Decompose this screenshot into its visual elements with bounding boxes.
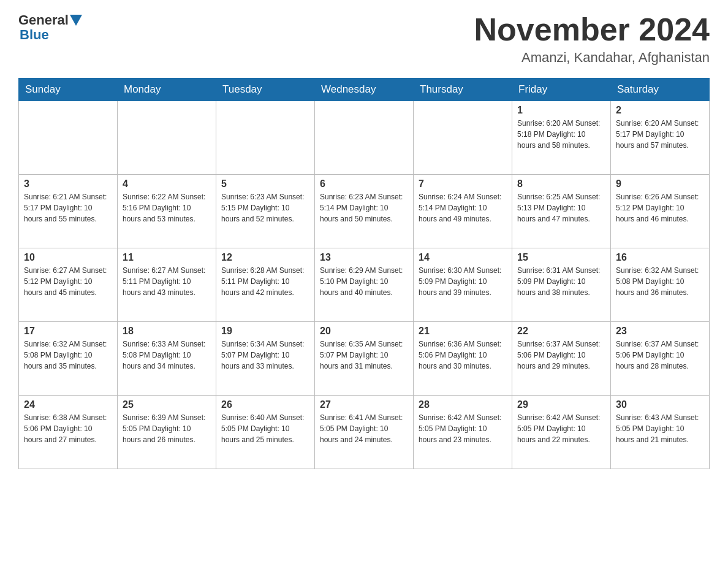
day-number: 25 bbox=[123, 399, 211, 410]
day-number: 4 bbox=[123, 178, 211, 190]
calendar-cell: 3Sunrise: 6:21 AM Sunset: 5:17 PM Daylig… bbox=[19, 175, 118, 248]
calendar-cell: 9Sunrise: 6:26 AM Sunset: 5:12 PM Daylig… bbox=[611, 175, 710, 248]
day-info: Sunrise: 6:37 AM Sunset: 5:06 PM Dayligh… bbox=[616, 339, 704, 372]
calendar-cell: 22Sunrise: 6:37 AM Sunset: 5:06 PM Dayli… bbox=[512, 322, 611, 396]
logo-general-text: General bbox=[18, 12, 69, 28]
calendar-cell: 7Sunrise: 6:24 AM Sunset: 5:14 PM Daylig… bbox=[414, 175, 512, 248]
day-number: 7 bbox=[419, 178, 507, 190]
day-number: 2 bbox=[616, 105, 704, 116]
day-number: 11 bbox=[123, 252, 211, 263]
day-number: 12 bbox=[221, 252, 309, 263]
calendar-cell bbox=[19, 101, 118, 175]
day-info: Sunrise: 6:27 AM Sunset: 5:11 PM Dayligh… bbox=[123, 265, 211, 298]
calendar-cell bbox=[315, 101, 414, 175]
day-number: 17 bbox=[24, 326, 112, 337]
day-number: 18 bbox=[123, 326, 211, 337]
day-number: 20 bbox=[320, 326, 408, 337]
day-number: 29 bbox=[517, 399, 605, 410]
day-info: Sunrise: 6:31 AM Sunset: 5:09 PM Dayligh… bbox=[517, 265, 605, 298]
day-info: Sunrise: 6:23 AM Sunset: 5:15 PM Dayligh… bbox=[221, 191, 309, 224]
calendar-cell: 6Sunrise: 6:23 AM Sunset: 5:14 PM Daylig… bbox=[315, 175, 414, 248]
day-number: 3 bbox=[24, 178, 112, 190]
calendar-cell: 14Sunrise: 6:30 AM Sunset: 5:09 PM Dayli… bbox=[414, 248, 512, 322]
day-info: Sunrise: 6:43 AM Sunset: 5:05 PM Dayligh… bbox=[616, 412, 704, 445]
day-info: Sunrise: 6:33 AM Sunset: 5:08 PM Dayligh… bbox=[123, 339, 211, 372]
calendar-week-4: 17Sunrise: 6:32 AM Sunset: 5:08 PM Dayli… bbox=[19, 322, 710, 396]
weekday-header-monday: Monday bbox=[118, 79, 216, 101]
logo: General Blue bbox=[18, 12, 83, 43]
calendar-week-3: 10Sunrise: 6:27 AM Sunset: 5:12 PM Dayli… bbox=[19, 248, 710, 322]
logo-blue-text: Blue bbox=[18, 27, 49, 43]
calendar-week-5: 24Sunrise: 6:38 AM Sunset: 5:06 PM Dayli… bbox=[19, 396, 710, 469]
day-info: Sunrise: 6:36 AM Sunset: 5:06 PM Dayligh… bbox=[419, 339, 507, 372]
day-number: 5 bbox=[221, 178, 309, 190]
day-number: 1 bbox=[517, 105, 605, 116]
calendar-cell: 26Sunrise: 6:40 AM Sunset: 5:05 PM Dayli… bbox=[216, 396, 315, 469]
calendar-cell: 4Sunrise: 6:22 AM Sunset: 5:16 PM Daylig… bbox=[118, 175, 216, 248]
day-number: 21 bbox=[419, 326, 507, 337]
day-number: 23 bbox=[616, 326, 704, 337]
day-info: Sunrise: 6:25 AM Sunset: 5:13 PM Dayligh… bbox=[517, 191, 605, 224]
calendar-cell: 24Sunrise: 6:38 AM Sunset: 5:06 PM Dayli… bbox=[19, 396, 118, 469]
weekday-header-saturday: Saturday bbox=[611, 79, 710, 101]
day-info: Sunrise: 6:20 AM Sunset: 5:18 PM Dayligh… bbox=[517, 118, 605, 151]
day-info: Sunrise: 6:32 AM Sunset: 5:08 PM Dayligh… bbox=[616, 265, 704, 298]
day-info: Sunrise: 6:21 AM Sunset: 5:17 PM Dayligh… bbox=[24, 191, 112, 224]
day-info: Sunrise: 6:27 AM Sunset: 5:12 PM Dayligh… bbox=[24, 265, 112, 298]
calendar-week-1: 1Sunrise: 6:20 AM Sunset: 5:18 PM Daylig… bbox=[19, 101, 710, 175]
calendar-week-2: 3Sunrise: 6:21 AM Sunset: 5:17 PM Daylig… bbox=[19, 175, 710, 248]
page-header: General Blue November 2024 Amanzi, Kanda… bbox=[18, 12, 710, 66]
day-info: Sunrise: 6:22 AM Sunset: 5:16 PM Dayligh… bbox=[123, 191, 211, 224]
day-info: Sunrise: 6:32 AM Sunset: 5:08 PM Dayligh… bbox=[24, 339, 112, 372]
day-info: Sunrise: 6:30 AM Sunset: 5:09 PM Dayligh… bbox=[419, 265, 507, 298]
day-info: Sunrise: 6:29 AM Sunset: 5:10 PM Dayligh… bbox=[320, 265, 408, 298]
day-number: 30 bbox=[616, 399, 704, 410]
day-number: 27 bbox=[320, 399, 408, 410]
calendar-cell: 13Sunrise: 6:29 AM Sunset: 5:10 PM Dayli… bbox=[315, 248, 414, 322]
calendar-cell: 2Sunrise: 6:20 AM Sunset: 5:17 PM Daylig… bbox=[611, 101, 710, 175]
day-number: 15 bbox=[517, 252, 605, 263]
day-info: Sunrise: 6:37 AM Sunset: 5:06 PM Dayligh… bbox=[517, 339, 605, 372]
calendar-cell: 28Sunrise: 6:42 AM Sunset: 5:05 PM Dayli… bbox=[414, 396, 512, 469]
day-number: 26 bbox=[221, 399, 309, 410]
calendar-cell: 8Sunrise: 6:25 AM Sunset: 5:13 PM Daylig… bbox=[512, 175, 611, 248]
day-number: 6 bbox=[320, 178, 408, 190]
calendar-cell: 18Sunrise: 6:33 AM Sunset: 5:08 PM Dayli… bbox=[118, 322, 216, 396]
day-info: Sunrise: 6:39 AM Sunset: 5:05 PM Dayligh… bbox=[123, 412, 211, 445]
day-number: 24 bbox=[24, 399, 112, 410]
calendar-cell: 25Sunrise: 6:39 AM Sunset: 5:05 PM Dayli… bbox=[118, 396, 216, 469]
calendar-cell: 12Sunrise: 6:28 AM Sunset: 5:11 PM Dayli… bbox=[216, 248, 315, 322]
calendar-cell: 29Sunrise: 6:42 AM Sunset: 5:05 PM Dayli… bbox=[512, 396, 611, 469]
calendar-cell: 11Sunrise: 6:27 AM Sunset: 5:11 PM Dayli… bbox=[118, 248, 216, 322]
logo-triangle-icon bbox=[70, 15, 82, 26]
calendar-table: SundayMondayTuesdayWednesdayThursdayFrid… bbox=[18, 78, 710, 469]
day-info: Sunrise: 6:34 AM Sunset: 5:07 PM Dayligh… bbox=[221, 339, 309, 372]
weekday-header-thursday: Thursday bbox=[414, 79, 512, 101]
weekday-header-friday: Friday bbox=[512, 79, 611, 101]
day-number: 8 bbox=[517, 178, 605, 190]
day-info: Sunrise: 6:35 AM Sunset: 5:07 PM Dayligh… bbox=[320, 339, 408, 372]
calendar-cell: 21Sunrise: 6:36 AM Sunset: 5:06 PM Dayli… bbox=[414, 322, 512, 396]
day-info: Sunrise: 6:42 AM Sunset: 5:05 PM Dayligh… bbox=[419, 412, 507, 445]
day-number: 22 bbox=[517, 326, 605, 337]
weekday-header-wednesday: Wednesday bbox=[315, 79, 414, 101]
day-info: Sunrise: 6:23 AM Sunset: 5:14 PM Dayligh… bbox=[320, 191, 408, 224]
day-number: 19 bbox=[221, 326, 309, 337]
calendar-cell: 5Sunrise: 6:23 AM Sunset: 5:15 PM Daylig… bbox=[216, 175, 315, 248]
day-info: Sunrise: 6:38 AM Sunset: 5:06 PM Dayligh… bbox=[24, 412, 112, 445]
day-number: 14 bbox=[419, 252, 507, 263]
day-number: 28 bbox=[419, 399, 507, 410]
day-number: 9 bbox=[616, 178, 704, 190]
day-number: 10 bbox=[24, 252, 112, 263]
day-info: Sunrise: 6:40 AM Sunset: 5:05 PM Dayligh… bbox=[221, 412, 309, 445]
day-info: Sunrise: 6:41 AM Sunset: 5:05 PM Dayligh… bbox=[320, 412, 408, 445]
calendar-cell bbox=[216, 101, 315, 175]
calendar-cell: 30Sunrise: 6:43 AM Sunset: 5:05 PM Dayli… bbox=[611, 396, 710, 469]
title-section: November 2024 Amanzi, Kandahar, Afghanis… bbox=[474, 12, 710, 66]
location-text: Amanzi, Kandahar, Afghanistan bbox=[474, 50, 710, 66]
day-info: Sunrise: 6:24 AM Sunset: 5:14 PM Dayligh… bbox=[419, 191, 507, 224]
calendar-cell: 19Sunrise: 6:34 AM Sunset: 5:07 PM Dayli… bbox=[216, 322, 315, 396]
calendar-cell: 10Sunrise: 6:27 AM Sunset: 5:12 PM Dayli… bbox=[19, 248, 118, 322]
calendar-cell: 15Sunrise: 6:31 AM Sunset: 5:09 PM Dayli… bbox=[512, 248, 611, 322]
month-title: November 2024 bbox=[474, 12, 710, 47]
